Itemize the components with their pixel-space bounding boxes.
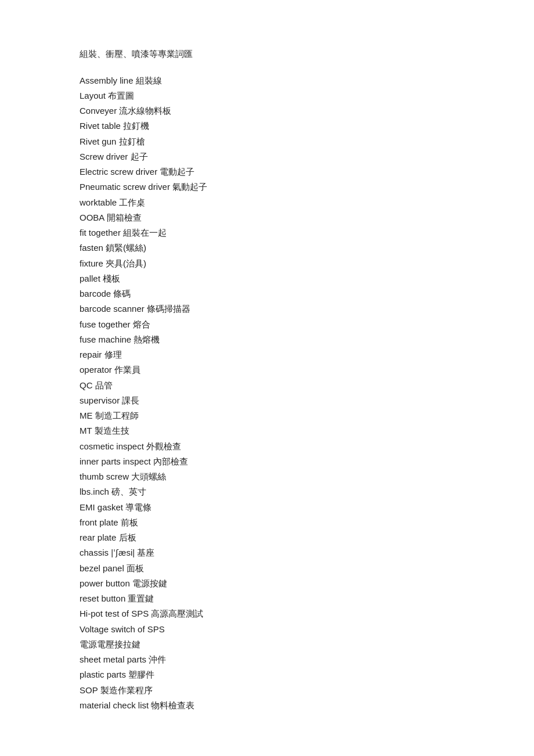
list-item: pallet 棧板 <box>80 271 534 286</box>
list-item: Assembly line 組裝線 <box>80 73 534 88</box>
section-title: 組裝、衝壓、噴漆等專業詞匯 <box>80 49 193 59</box>
list-item: rear plate 后板 <box>80 530 534 545</box>
list-item: sheet metal parts 沖件 <box>80 652 534 667</box>
list-item: plastic parts 塑膠件 <box>80 667 534 682</box>
list-item: barcode scanner 條碼掃描器 <box>80 301 534 316</box>
list-item: worktable 工作桌 <box>80 195 534 210</box>
list-item: Voltage switch of SPS <box>80 622 534 637</box>
list-item: Screw driver 起子 <box>80 149 534 164</box>
list-item: inner parts inspect 內部檢查 <box>80 454 534 469</box>
list-item: EMI gasket 導電條 <box>80 500 534 515</box>
list-item: reset button 重置鍵 <box>80 591 534 606</box>
list-item: operator 作業員 <box>80 362 534 377</box>
list-item: Hi-pot test of SPS 高源高壓測試 <box>80 606 534 621</box>
list-item: fixture 夾具(治具) <box>80 256 534 271</box>
list-item: Layout 布置圖 <box>80 88 534 103</box>
list-item: fuse together 熔合 <box>80 317 534 332</box>
main-content: 組裝、衝壓、噴漆等專業詞匯 Assembly line 組裝線Layout 布置… <box>0 0 534 756</box>
list-item: OOBA 開箱檢查 <box>80 210 534 225</box>
list-item: front plate 前板 <box>80 515 534 530</box>
list-item: Pneumatic screw driver 氣動起子 <box>80 179 534 195</box>
list-item: barcode 條碼 <box>80 286 534 301</box>
list-item: lbs.inch 磅、英寸 <box>80 484 534 499</box>
list-item: MT 製造生技 <box>80 423 534 438</box>
list-item: fuse machine 熱熔機 <box>80 332 534 347</box>
list-item: material check list 物料檢查表 <box>80 698 534 713</box>
list-item: power button 電源按鍵 <box>80 576 534 591</box>
list-item: fasten 鎖緊(螺絲) <box>80 240 534 255</box>
list-item: Electric screw driver 電動起子 <box>80 164 534 179</box>
list-item: bezel panel 面板 <box>80 561 534 576</box>
vocab-list: Assembly line 組裝線Layout 布置圖Conveyer 流水線物… <box>80 73 534 714</box>
list-item: Rivet gun 拉釘槍 <box>80 134 534 149</box>
list-item: chassis |ˈʃæsi| 基座 <box>80 545 534 560</box>
list-item: QC 品管 <box>80 378 534 393</box>
list-item: SOP 製造作業程序 <box>80 683 534 698</box>
list-item: repair 修理 <box>80 347 534 362</box>
list-item: cosmetic inspect 外觀檢查 <box>80 439 534 454</box>
section-header: 組裝、衝壓、噴漆等專業詞匯 <box>80 46 534 62</box>
list-item: 電源電壓接拉鍵 <box>80 637 534 652</box>
list-item: thumb screw 大頭螺絲 <box>80 469 534 484</box>
list-item: Rivet table 拉釘機 <box>80 118 534 134</box>
list-item: fit together 組裝在一起 <box>80 225 534 240</box>
list-item: ME 制造工程師 <box>80 408 534 423</box>
list-item: supervisor 課長 <box>80 393 534 408</box>
list-item: Conveyer 流水線物料板 <box>80 103 534 118</box>
